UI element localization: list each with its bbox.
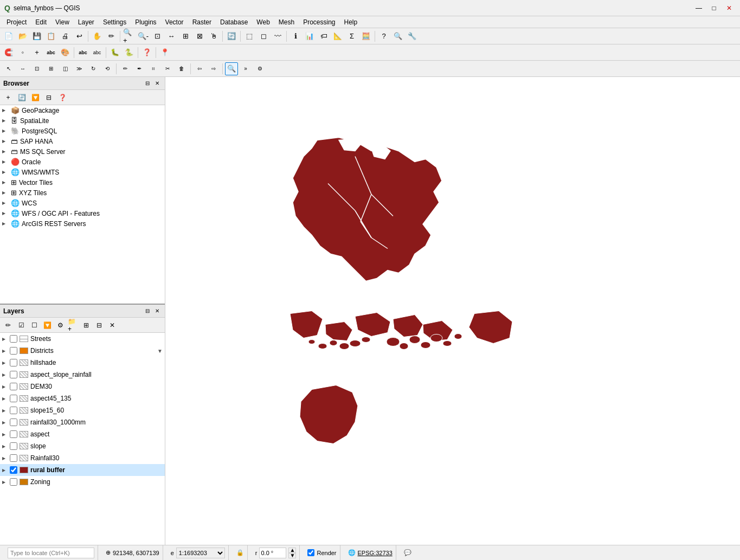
vertex-button[interactable]: ◦ xyxy=(16,46,29,59)
track-button[interactable]: 🐛 xyxy=(108,46,121,59)
menu-item-database[interactable]: Database xyxy=(216,16,252,28)
info-cursor-button[interactable]: 🖱 xyxy=(207,30,220,43)
adv-btn-3[interactable]: ⊡ xyxy=(30,62,43,75)
layer-item-8[interactable]: ▶ aspect xyxy=(0,428,165,440)
measure-button[interactable]: 📐 xyxy=(331,30,344,43)
digitize-button[interactable]: ✏ xyxy=(105,30,118,43)
browser-item-9[interactable]: ▶ 🌐 WCS xyxy=(0,198,165,208)
menu-item-settings[interactable]: Settings xyxy=(99,16,131,28)
layers-float-button[interactable]: ⊟ xyxy=(143,307,152,315)
browser-item-3[interactable]: ▶ 🗃 SAP HANA xyxy=(0,136,165,146)
epsg-display[interactable]: EPSG:32733 xyxy=(358,550,392,556)
zoom-selection-button[interactable]: ⊠ xyxy=(193,30,206,43)
layer-visibility-checkbox[interactable] xyxy=(10,454,17,462)
adv-btn-1[interactable]: ↖ xyxy=(2,62,15,75)
layer-color-button[interactable]: 🎨 xyxy=(59,46,72,59)
browser-item-7[interactable]: ▶ ⊞ Vector Tiles xyxy=(0,177,165,188)
select-rect-button[interactable]: ⬚ xyxy=(243,30,256,43)
python-button[interactable]: 🐍 xyxy=(123,46,136,59)
maximize-button[interactable]: □ xyxy=(707,3,720,14)
layer-visibility-checkbox[interactable] xyxy=(10,335,17,343)
layer-collapse-button[interactable]: ⊟ xyxy=(93,319,105,331)
browser-item-1[interactable]: ▶ 🗄 SpatiaLite xyxy=(0,115,165,126)
new-project-button[interactable]: 📄 xyxy=(2,30,15,43)
label-button[interactable]: 🏷 xyxy=(317,30,330,43)
zoom-full-button[interactable]: ⊡ xyxy=(151,30,164,43)
layer-visibility-checkbox[interactable] xyxy=(10,442,17,450)
layer-visibility-checkbox[interactable] xyxy=(10,478,17,486)
browser-item-0[interactable]: ▶ 📦 GeoPackage xyxy=(0,105,165,115)
browser-float-button[interactable]: ⊟ xyxy=(143,79,152,87)
help-button[interactable]: ? xyxy=(377,30,390,43)
layer-filter-button[interactable]: 🔽 xyxy=(41,319,53,331)
snapping-button[interactable]: 🧲 xyxy=(2,46,15,59)
adv-btn-10[interactable]: ✒ xyxy=(133,62,146,75)
layer-item-5[interactable]: ▶ aspect45_135 xyxy=(0,392,165,404)
rotation-down[interactable]: ▼ xyxy=(288,553,296,558)
adv-btn-13[interactable]: 🗑 xyxy=(175,62,188,75)
abc-button[interactable]: abc xyxy=(44,46,57,59)
locator-button[interactable]: 🔍 xyxy=(391,30,404,43)
layer-expand-button[interactable]: ⊞ xyxy=(80,319,92,331)
render-checkbox[interactable] xyxy=(307,549,314,556)
adv-btn-15[interactable]: ⇨ xyxy=(207,62,220,75)
menu-item-vector[interactable]: Vector xyxy=(161,16,188,28)
browser-collapse-button[interactable]: ⊟ xyxy=(43,92,55,104)
rotation-input[interactable] xyxy=(259,548,286,558)
layer-item-2[interactable]: ▶ hillshade xyxy=(0,357,165,369)
adv-btn-5[interactable]: ◫ xyxy=(59,62,72,75)
browser-item-4[interactable]: ▶ 🗃 MS SQL Server xyxy=(0,146,165,157)
layer-visibility-checkbox[interactable] xyxy=(10,407,17,414)
menu-item-view[interactable]: View xyxy=(51,16,74,28)
refresh-button[interactable]: 🔄 xyxy=(225,30,238,43)
layers-close-button[interactable]: ✕ xyxy=(153,307,162,315)
layer-select-all-button[interactable]: ☑ xyxy=(15,319,27,331)
layer-settings-button[interactable]: ⚙ xyxy=(54,319,66,331)
adv-btn-2[interactable]: ↔ xyxy=(16,62,29,75)
layer-visibility-checkbox[interactable] xyxy=(10,359,17,366)
locate-input[interactable] xyxy=(8,548,94,558)
layer-item-9[interactable]: ▶ slope xyxy=(0,440,165,452)
zoom-out-button[interactable]: 🔍- xyxy=(137,30,150,43)
browser-add-button[interactable]: + xyxy=(2,92,14,104)
plugin-button[interactable]: 🔧 xyxy=(406,30,419,43)
lock-icon[interactable]: 🔒 xyxy=(236,549,244,556)
adv-btn-4[interactable]: ⊞ xyxy=(44,62,57,75)
label-tool-button[interactable]: abc xyxy=(76,46,89,59)
menu-item-web[interactable]: Web xyxy=(252,16,274,28)
qgis-help-button[interactable]: ❓ xyxy=(140,46,153,59)
browser-help-button[interactable]: ❓ xyxy=(56,92,68,104)
add-feature-button[interactable]: + xyxy=(30,46,43,59)
scale-select[interactable]: 1:1693203 xyxy=(176,548,225,558)
adv-btn-14[interactable]: ⇦ xyxy=(193,62,206,75)
rotation-up[interactable]: ▲ xyxy=(288,548,296,553)
layer-visibility-checkbox[interactable] xyxy=(10,419,17,426)
label-edit-button[interactable]: abc xyxy=(91,46,104,59)
browser-item-6[interactable]: ▶ 🌐 WMS/WMTS xyxy=(0,167,165,177)
calculator-button[interactable]: 🧮 xyxy=(359,30,372,43)
layer-remove-button[interactable]: ✕ xyxy=(106,319,118,331)
layer-item-4[interactable]: ▶ DEM30 xyxy=(0,381,165,392)
open-project-button[interactable]: 📂 xyxy=(16,30,29,43)
zoom-in-button[interactable]: 🔍+ xyxy=(123,30,136,43)
attributes-button[interactable]: 📊 xyxy=(303,30,316,43)
menu-item-layer[interactable]: Layer xyxy=(74,16,99,28)
layer-visibility-checkbox[interactable] xyxy=(10,347,17,355)
layer-item-1[interactable]: ▶ Districts ▼ xyxy=(0,345,165,357)
identify-button[interactable]: ℹ xyxy=(289,30,302,43)
print-button[interactable]: 🖨 xyxy=(59,30,72,43)
pan-button[interactable]: ↔ xyxy=(165,30,178,43)
layer-item-11[interactable]: ▶ rural buffer xyxy=(0,464,165,476)
browser-item-5[interactable]: ▶ 🔴 Oracle xyxy=(0,157,165,167)
browser-item-10[interactable]: ▶ 🌐 WFS / OGC API - Features xyxy=(0,208,165,218)
menu-item-project[interactable]: Project xyxy=(2,16,31,28)
layer-item-0[interactable]: ▶ Streets xyxy=(0,333,165,345)
select-poly-button[interactable]: ◻ xyxy=(257,30,270,43)
menu-item-plugins[interactable]: Plugins xyxy=(131,16,160,28)
browser-close-button[interactable]: ✕ xyxy=(153,79,162,87)
touch-button[interactable]: ✋ xyxy=(91,30,104,43)
layer-visibility-checkbox[interactable] xyxy=(10,371,17,378)
menu-item-raster[interactable]: Raster xyxy=(188,16,216,28)
save-project-button[interactable]: 💾 xyxy=(30,30,43,43)
layer-visibility-checkbox[interactable] xyxy=(10,430,17,438)
